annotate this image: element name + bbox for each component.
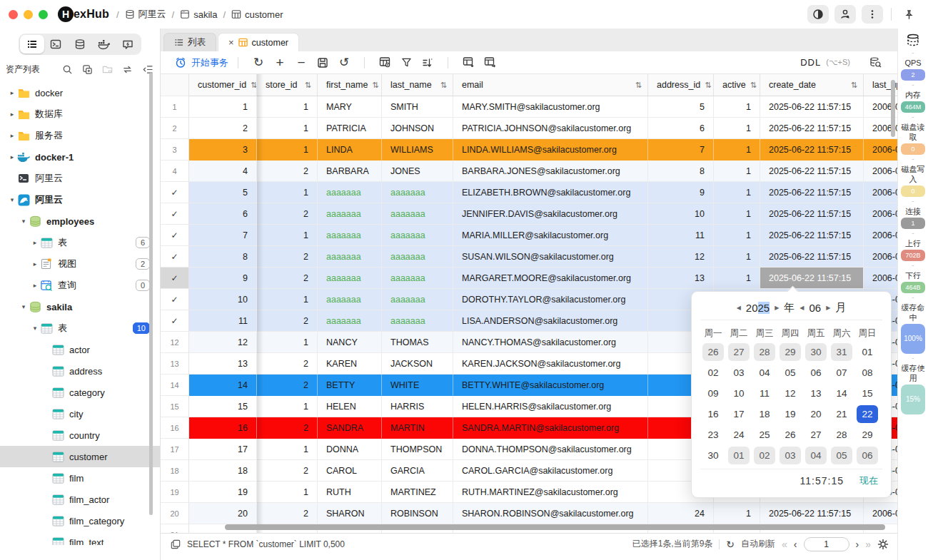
cell-address_id[interactable]: 5 [648,96,714,118]
cell-last_name[interactable]: MARTINEZ [382,482,453,503]
tree-item-film_category[interactable]: film_category [0,510,160,531]
cell-store_id[interactable]: 2 [257,503,318,524]
cell-last_update[interactable]: 2006-0 [864,182,897,203]
chevron-right-icon[interactable]: ▸ [30,260,40,268]
tree-item-actor[interactable]: actor [0,339,160,360]
cell-email[interactable]: LINDA.WILLIAMS@sakilacustomer.org [453,139,648,161]
chevron-down-icon[interactable]: ▾ [7,196,17,203]
cell-active[interactable]: 1 [714,161,760,182]
cell-customer_id[interactable]: 18 [189,460,257,482]
tree-item-film_text[interactable]: film_text [0,531,160,545]
cell-customer_id[interactable]: 10 [189,289,257,310]
row-check-cell[interactable]: ✓ [161,310,189,332]
column-header-first_name[interactable]: first_name⇅ [318,74,382,96]
cell-store_id[interactable]: 1 [257,96,318,118]
cell-store_id[interactable]: 1 [257,289,318,310]
cell-store_id[interactable]: 2 [257,417,318,439]
cell-customer_id[interactable]: 6 [189,203,257,225]
table-row[interactable]: 20202SHARONROBINSONSHARON.ROBINSON@sakil… [161,503,897,524]
auto-refresh-label[interactable]: 自动刷新 [741,538,775,550]
month-next-icon[interactable]: ▶ [826,305,830,311]
prev-page-button[interactable]: ‹ [794,539,797,550]
tree-item-city[interactable]: city [0,403,160,424]
theme-toggle-button[interactable] [807,5,829,24]
tree-item-表[interactable]: ▾表10 [0,317,160,339]
table-row[interactable]: 442BARBARAJONESBARBARA.JONES@sakilacusto… [161,161,897,182]
export-down-button[interactable] [458,54,479,71]
chevron-right-icon[interactable]: ▸ [30,282,40,289]
swap-icon[interactable] [122,64,133,75]
cell-create_date[interactable]: 2025-06-22 11:57:15 [760,182,864,203]
breadcrumb-item[interactable]: sakila [180,9,217,20]
cell-create_date[interactable]: 2025-06-22 11:57:15 [760,503,864,524]
table-row[interactable]: ✓62aaaaaaaaaaaaaaJENNIFER.DAVIS@sakilacu… [161,203,897,225]
delete-row-button[interactable]: − [291,54,312,71]
cell-store_id[interactable]: 1 [257,139,318,161]
cell-address_id[interactable]: 24 [648,503,714,524]
tree-item-employees[interactable]: ▾employees [0,210,160,232]
cell-last_name[interactable]: GARCIA [382,460,453,482]
cell-email[interactable]: CAROL.GARCIA@sakilacustomer.org [453,460,648,482]
cell-email[interactable]: PATRICIA.JOHNSON@sakilacustomer.org [453,118,648,139]
settings-gear-icon[interactable] [877,539,889,550]
tree-item-category[interactable]: category [0,382,160,403]
cell-active[interactable]: 1 [714,503,760,524]
cell-customer_id[interactable]: 16 [189,417,257,439]
calendar-day[interactable]: 30 [702,447,724,464]
ddl-button[interactable]: DDL (⌥+S) [800,57,850,68]
row-number-cell[interactable]: 3 [161,139,189,161]
cell-first_name[interactable]: aaaaaaa [318,203,382,225]
cell-customer_id[interactable]: 7 [189,225,257,246]
cell-last_name[interactable]: aaaaaaa [382,182,453,203]
cell-store_id[interactable]: 2 [257,161,318,182]
tree-item-docker-1[interactable]: ▸docker-1 [0,146,160,168]
cell-first_name[interactable]: KAREN [318,353,382,375]
calendar-day[interactable]: 20 [805,405,827,423]
breadcrumb-item[interactable]: 阿里云 [125,8,166,21]
copy-icon[interactable] [171,539,181,549]
table-row[interactable]: 221PATRICIAJOHNSONPATRICIA.JOHNSON@sakil… [161,118,897,139]
tree-item-表[interactable]: ▸表6 [0,232,160,253]
row-check-cell[interactable]: ✓ [161,203,189,225]
calendar-day[interactable]: 28 [754,343,775,361]
cell-active[interactable]: 1 [714,268,760,289]
cell-store_id[interactable]: 1 [257,182,318,203]
calendar-day[interactable]: 30 [805,343,827,361]
calendar-day[interactable]: 04 [754,364,775,382]
cell-first_name[interactable]: HELEN [318,396,382,417]
cell-active[interactable]: 1 [714,203,760,225]
cell-email[interactable]: NANCY.THOMAS@sakilacustomer.org [453,332,648,353]
row-check-cell[interactable]: ✓ [161,268,189,289]
table-view-button[interactable] [374,54,395,71]
cell-address_id[interactable]: 8 [648,161,714,182]
row-number-cell[interactable]: 14 [161,375,189,396]
calendar-day[interactable]: 02 [754,447,775,464]
row-number-cell[interactable]: 18 [161,460,189,482]
calendar-day[interactable]: 14 [831,385,852,402]
cell-create_date[interactable]: 2025-06-22 11:57:15 [760,139,864,161]
minimize-window-button[interactable] [24,10,33,19]
sort-icon[interactable]: ⇅ [631,81,642,90]
cell-store_id[interactable]: 2 [257,353,318,375]
calendar-day[interactable]: 17 [728,405,750,423]
search-icon[interactable] [62,64,73,75]
calendar-day[interactable]: 09 [702,385,724,402]
cell-address_id[interactable]: 7 [648,139,714,161]
calendar-day-selected[interactable]: 22 [857,405,878,423]
row-number-cell[interactable]: 1 [161,96,189,118]
cell-email[interactable]: ELIZABETH.BROWN@sakilacustomer.org [453,182,648,203]
year-value[interactable]: 2025 [746,302,770,314]
grid-horizontal-scrollbar[interactable] [225,524,885,530]
tree-item-阿里云[interactable]: 阿里云 [0,168,160,189]
cell-last_update[interactable]: 2006-0 [864,203,897,225]
row-number-cell[interactable]: 21 [161,524,189,533]
cell-create_date[interactable]: 2025-06-22 11:57:15 [760,161,864,182]
cell-first_name[interactable]: BETTY [318,375,382,396]
cell-customer_id[interactable]: 11 [189,310,257,332]
cell-first_name[interactable]: SANDRA [318,417,382,439]
calendar-day[interactable]: 06 [857,447,878,464]
sort-icon[interactable]: ⇅ [436,81,447,90]
cell-active[interactable]: 1 [714,182,760,203]
cell-customer_id[interactable]: 3 [189,139,257,161]
cell-active[interactable]: 1 [714,225,760,246]
